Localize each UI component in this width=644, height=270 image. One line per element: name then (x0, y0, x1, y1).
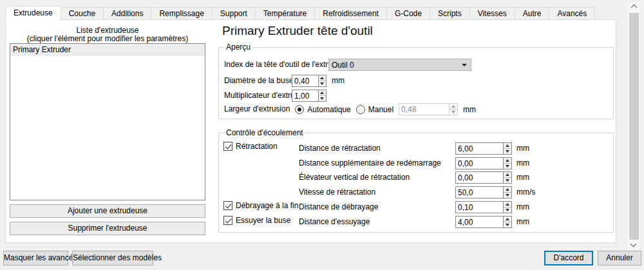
arrow-up-icon (506, 218, 509, 220)
ok-button[interactable]: D'accord (544, 251, 593, 265)
spin-down-button[interactable] (504, 222, 511, 227)
nozzle-diameter-spinner (292, 75, 327, 87)
extrusion-width-auto-option[interactable]: Automatique (295, 105, 350, 114)
vertical-lift-label: Élévateur vertical de rétractation (299, 173, 410, 182)
arrow-down-icon (506, 165, 509, 168)
spin-up-button[interactable] (319, 75, 326, 81)
retraction-distance-input[interactable] (456, 143, 503, 154)
tab-autre[interactable]: Autre (515, 7, 550, 20)
spin-buttons (503, 158, 511, 169)
spin-up-button[interactable] (504, 158, 511, 163)
select-profiles-button[interactable]: Sélectionner des modèles (72, 251, 153, 265)
arrow-down-icon (451, 111, 455, 113)
remove-extruder-button[interactable]: Supprimer l'extrudeuse (10, 222, 205, 235)
nozzle-diameter-input[interactable] (292, 75, 318, 86)
scrollbar-thumb[interactable] (629, 13, 639, 240)
arrow-down-icon (506, 150, 509, 153)
arrow-up-icon (320, 92, 324, 94)
spin-up-button[interactable] (504, 202, 511, 207)
coast-distance-spinner (455, 201, 512, 213)
wipe-distance-unit: mm (516, 217, 529, 227)
extruder-listbox[interactable]: Primary Extruder (10, 43, 205, 200)
tab-support[interactable]: Support (212, 7, 256, 20)
toolhead-index-select[interactable]: Outil 0 (328, 59, 471, 71)
coast-checkbox-row[interactable]: Débrayage à la fin (223, 201, 298, 210)
spin-buttons (503, 172, 511, 183)
extruder-tab-page: Liste d'extrudeuse (cliquer l'élément po… (5, 19, 616, 243)
ooze-control-legend: Contrôle d'écoulement (224, 128, 305, 138)
extrusion-multiplier-input[interactable] (292, 90, 318, 101)
wipe-distance-input[interactable] (456, 217, 503, 227)
settings-dialog: Extrudeuse Couche Additions Remplissage … (0, 0, 644, 270)
settings-tab-bar: Extrudeuse Couche Additions Remplissage … (5, 5, 594, 20)
spin-buttons (503, 202, 511, 213)
extra-restart-distance-label: Distance supplémentaire de redémarrage (299, 159, 441, 168)
cancel-button[interactable]: Annuler (598, 251, 641, 265)
coast-distance-label: Distance de débrayage (299, 202, 378, 212)
spin-down-button[interactable] (504, 177, 511, 183)
chevron-down-icon (462, 64, 467, 66)
extra-restart-distance-unit: mm (516, 159, 529, 168)
coast-distance-unit: mm (516, 202, 529, 212)
extra-restart-distance-spinner (455, 157, 512, 169)
tab-gcode[interactable]: G-Code (386, 7, 430, 20)
extra-restart-distance-input[interactable] (456, 158, 503, 169)
vertical-scrollbar[interactable] (628, 2, 639, 250)
spin-down-button[interactable] (504, 207, 511, 213)
nozzle-diameter-unit: mm (332, 76, 345, 86)
retraction-distance-spinner (455, 142, 512, 155)
tab-couche[interactable]: Couche (61, 7, 104, 20)
tab-refroidissement[interactable]: Refroidissement (314, 7, 387, 20)
tab-scripts[interactable]: Scripts (430, 7, 470, 20)
coast-checkbox[interactable] (223, 201, 232, 210)
retraction-checkbox[interactable] (223, 142, 232, 151)
spin-down-button[interactable] (319, 95, 326, 101)
ooze-control-groupbox: Contrôle d'écoulement Rétractation Débra… (218, 133, 614, 233)
scroll-up-icon[interactable] (630, 5, 637, 11)
vertical-lift-input[interactable] (456, 172, 503, 183)
spin-up-button[interactable] (504, 172, 511, 177)
spin-buttons (449, 104, 458, 115)
tab-vitesses[interactable]: Vitesses (469, 7, 515, 20)
spin-down-button[interactable] (504, 163, 511, 169)
manual-width-input (399, 104, 448, 115)
coast-distance-input[interactable] (456, 202, 503, 213)
add-extruder-button[interactable]: Ajouter une extrudeuse (10, 204, 205, 218)
arrow-down-icon (506, 194, 509, 197)
tab-remplissage[interactable]: Remplissage (151, 7, 212, 20)
spin-up-button[interactable] (504, 187, 511, 192)
spin-down-button[interactable] (504, 192, 511, 198)
spin-up-button[interactable] (319, 90, 326, 95)
wipe-checkbox-row[interactable]: Essuyer la buse (223, 216, 290, 225)
tab-avances[interactable]: Avancés (549, 7, 595, 20)
retraction-checkbox-row[interactable]: Rétractation (223, 142, 278, 151)
nozzle-diameter-label: Diamètre de la buse (224, 76, 293, 86)
retraction-checkbox-label: Rétractation (236, 142, 278, 151)
extrusion-width-label: Largeur d'extrusion (224, 104, 290, 114)
spin-up-button[interactable] (504, 143, 511, 148)
radio-manuel[interactable] (356, 105, 365, 114)
spin-down-button[interactable] (319, 81, 326, 86)
arrow-up-icon (506, 188, 509, 191)
spin-down-button[interactable] (504, 148, 511, 154)
list-item-primary-extruder[interactable]: Primary Extruder (10, 44, 205, 56)
arrow-down-icon (506, 209, 509, 211)
extrusion-width-manual-option[interactable]: Manuel (356, 105, 393, 114)
spin-up-button[interactable] (504, 217, 511, 222)
retraction-speed-spinner (455, 186, 512, 198)
manual-width-spinner (399, 103, 458, 115)
tab-temperature[interactable]: Température (255, 7, 315, 20)
vertical-lift-unit: mm (516, 173, 529, 182)
arrow-up-icon (320, 77, 324, 79)
toolhead-index-value: Outil 0 (329, 61, 462, 70)
spin-up-button (450, 104, 458, 109)
tab-additions[interactable]: Additions (103, 7, 151, 20)
hide-advanced-button[interactable]: Masquer les avancés (3, 251, 68, 265)
tab-extrudeuse[interactable]: Extrudeuse (5, 6, 61, 21)
scroll-down-icon[interactable] (630, 241, 637, 247)
radio-automatique[interactable] (295, 105, 304, 114)
radio-manuel-label: Manuel (368, 105, 393, 114)
retraction-speed-input[interactable] (456, 187, 503, 198)
wipe-checkbox[interactable] (223, 216, 232, 225)
extruder-list-header: Liste d'extrudeuse (cliquer l'élément po… (10, 26, 205, 43)
